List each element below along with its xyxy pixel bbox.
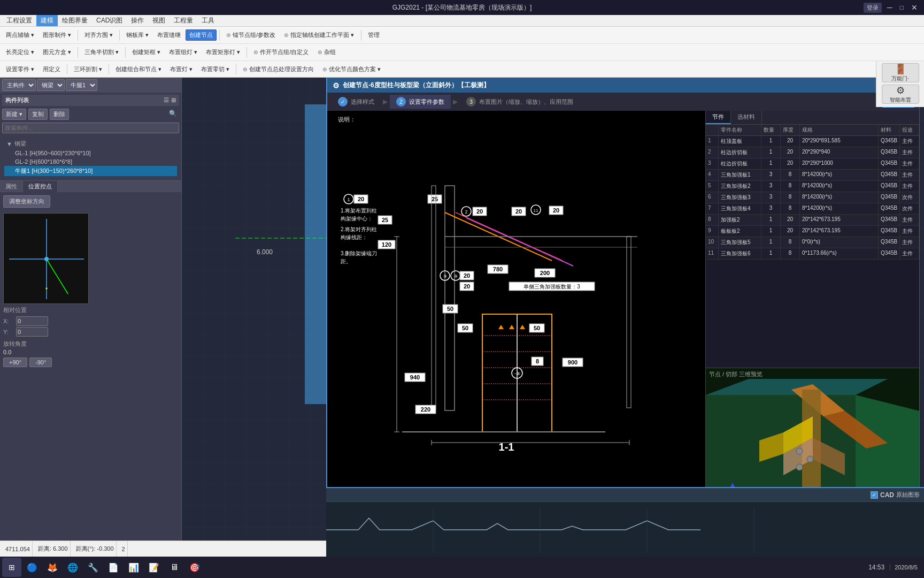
tb-two-point[interactable]: 两点辅轴 ▾ — [2, 29, 38, 41]
tb-anchor-point[interactable]: ⊙ 锚节点组/参数改 — [222, 29, 279, 41]
props-title: 构件列表 — [5, 96, 29, 104]
delete-btn[interactable]: 删除 — [50, 109, 69, 120]
tb-create-combine[interactable]: 创建组合和节点 ▾ — [112, 64, 165, 75]
col-count: 数量 — [761, 125, 781, 135]
tb-manage[interactable]: 管理 — [364, 29, 383, 41]
tb-create-rect[interactable]: 创建矩框 ▾ — [128, 47, 164, 58]
tb-tri-cut[interactable]: 三角半切割 ▾ — [81, 47, 122, 58]
close-btn[interactable]: ✕ — [909, 3, 920, 12]
table-row[interactable]: 1 柱顶盖板 1 20 20*290*891.585 Q345B 主件 — [706, 136, 919, 147]
copy-btn[interactable]: 复制 — [28, 109, 48, 120]
tb-open-node[interactable]: ⊙ 作开节点组/自定义 — [250, 47, 312, 58]
tb-create-node[interactable]: 创建节点 — [186, 29, 217, 41]
tb-ring-cut[interactable]: 三环折割 ▾ — [70, 64, 106, 75]
table-row[interactable]: 8 加强板2 1 20 20*142*673.195 Q345B 主件 — [706, 215, 919, 226]
task-app1[interactable]: 🔵 — [22, 558, 42, 577]
task-app6[interactable]: 📊 — [124, 558, 143, 577]
task-app9[interactable]: 🎯 — [185, 558, 204, 577]
new-btn[interactable]: 新建 ▾ — [2, 109, 26, 120]
tab-position[interactable]: 位置控点 — [23, 181, 58, 192]
cad-checkbox[interactable]: ✓ — [871, 491, 878, 499]
props-icon-list[interactable]: ☰ — [164, 97, 169, 104]
cell-name: 加强板2 — [719, 215, 761, 225]
waveform-area[interactable] — [326, 502, 924, 558]
menu-engineering[interactable]: 工程设置 — [2, 15, 36, 26]
tb-graphic[interactable]: 图形制件 ▾ — [39, 29, 75, 41]
tab-parts[interactable]: 节件 — [706, 111, 731, 124]
menu-quantity[interactable]: 工程量 — [170, 15, 197, 26]
tb-node-color[interactable]: ⊙ 优化节点颜色方案 ▾ — [319, 64, 384, 75]
tb-place-link[interactable]: 布置缝继 — [153, 29, 184, 41]
menu-drawing[interactable]: 绘图界量 — [58, 15, 92, 26]
tb-axis-work[interactable]: ⊙ 指定轴线创建工作平面 ▾ — [280, 29, 358, 41]
table-row[interactable]: 4 三角加强板1 3 8 8*14200(r*s) Q345B 主件 — [706, 170, 919, 181]
table-row[interactable]: 10 三角加强板5 1 8 0*0(r*s) Q345B 主件 — [706, 237, 919, 248]
tab-properties[interactable]: 属性 — [0, 181, 23, 192]
table-row[interactable]: 7 三角加强板4 3 8 8*14200(r*s) Q345B 次件 — [706, 203, 919, 215]
window-controls[interactable]: 登录 ─ □ ✕ — [864, 3, 920, 13]
task-app7[interactable]: 📝 — [144, 558, 164, 577]
login-btn[interactable]: 登录 — [864, 3, 882, 13]
col-name: 零件名称 — [719, 125, 761, 135]
tree-item-gl2[interactable]: GL-2 [H(600*180*6*8] — [4, 157, 177, 166]
task-app3[interactable]: 🌐 — [63, 558, 82, 577]
y-input[interactable] — [16, 327, 48, 337]
menu-operation[interactable]: 操作 — [127, 15, 148, 26]
tb-elem-box[interactable]: 图元方盒 ▾ — [39, 47, 75, 58]
step-1-label[interactable]: 选择样式 — [351, 98, 374, 106]
waneng-door-btn[interactable]: 🚪 万能门· — [882, 63, 919, 82]
tab-materials[interactable]: 选材料 — [731, 111, 762, 124]
task-app8[interactable]: 🖥 — [165, 558, 184, 577]
cell-mat: Q345B — [879, 170, 900, 180]
tb-create-node2[interactable]: ⊙ 创建节点总处理设置方向 — [239, 64, 318, 75]
main-component-select[interactable]: 主构件 — [2, 79, 36, 91]
smart-place-btn[interactable]: ⚙ 智能布置 — [882, 85, 919, 104]
props-icon-grid[interactable]: ⊞ — [171, 97, 176, 104]
tree-item-gl1[interactable]: GL-1 [H(950~600)*230*6*10] — [4, 149, 177, 157]
task-app4[interactable]: 🔧 — [83, 558, 103, 577]
search-icon[interactable]: 🔍 — [167, 109, 179, 120]
svg-point-112 — [796, 448, 803, 454]
x-input[interactable] — [16, 316, 48, 326]
adjust-dir-btn[interactable]: 调整坐标方向 — [3, 195, 50, 208]
tree-expand-icon[interactable]: ▼ — [6, 141, 12, 147]
tb-set-part[interactable]: 设置零件 ▾ — [2, 64, 38, 75]
table-row[interactable]: 11 三角加强板6 1 8 0*1173.66(r*s) Q345B 主件 — [706, 248, 919, 260]
dialog-cad-area[interactable]: 说明： 1 20 25 1.将架布置到柱 构架缘中心： — [327, 111, 705, 520]
tb-custom[interactable]: 用定义 — [39, 64, 64, 75]
menu-model[interactable]: 建模 — [36, 15, 58, 26]
table-row[interactable]: 6 三角加强板3 3 8 8*14200(r*s) Q345B 次件 — [706, 192, 919, 203]
cell-thick: 8 — [781, 192, 800, 203]
svg-text:1: 1 — [347, 197, 350, 202]
start-btn[interactable]: ⊞ — [2, 558, 21, 577]
tree-item-nui1[interactable]: 牛腿1 [H(300~150)*260*8*10] — [4, 166, 177, 176]
table-row[interactable]: 9 板板板2 1 20 20*142*673.195 Q345B 主件 — [706, 226, 919, 237]
table-row[interactable]: 5 三角加强板2 3 8 8*14200(r*s) Q345B 主件 — [706, 181, 919, 192]
cell-thick: 8 — [781, 181, 800, 192]
minimize-btn[interactable]: ─ — [885, 3, 895, 12]
cell-type: 主件 — [900, 158, 919, 169]
tb-align[interactable]: 对齐方围 ▾ — [81, 29, 117, 41]
detail-component-select[interactable]: 牛腿1 — [66, 79, 97, 91]
minus90-btn[interactable]: -90° — [29, 358, 52, 367]
menu-cad[interactable]: CAD识图 — [92, 15, 127, 26]
task-app2[interactable]: 🦊 — [43, 558, 62, 577]
tb-place-lamp[interactable]: 布置灯 ▾ — [166, 64, 196, 75]
tb-place-rect-light[interactable]: 布置矩形灯 ▾ — [202, 47, 244, 58]
tb-place-light[interactable]: 布置组灯 ▾ — [165, 47, 201, 58]
table-row[interactable]: 3 柱边折切板 1 20 20*290*1000 Q345B 主件 — [706, 158, 919, 170]
tb-steel-lib[interactable]: 钢板库 ▾ — [122, 29, 152, 41]
menu-view[interactable]: 视图 — [148, 15, 170, 26]
menu-tools[interactable]: 工具 — [197, 15, 219, 26]
table-row[interactable]: 2 柱边折切板 1 20 20*290*940 Q345B 主件 — [706, 147, 919, 158]
tb-place-cut[interactable]: 布置零切 ▾ — [197, 64, 233, 75]
task-app5[interactable]: 📄 — [104, 558, 123, 577]
plus90-btn[interactable]: +90° — [3, 358, 27, 367]
search-input[interactable] — [2, 123, 179, 133]
maximize-btn[interactable]: □ — [898, 4, 906, 11]
toolbar-row2: 长亮定位 ▾ 图元方盒 ▾ 三角半切割 ▾ 创建矩框 ▾ 布置组灯 ▾ 布置矩形… — [0, 44, 924, 61]
sub-component-select[interactable]: 钢梁 — [37, 79, 65, 91]
svg-marker-75 — [509, 325, 514, 329]
tb-misc[interactable]: ⊙ 杂组 — [314, 47, 340, 58]
tb-long-bright[interactable]: 长亮定位 ▾ — [2, 47, 38, 58]
